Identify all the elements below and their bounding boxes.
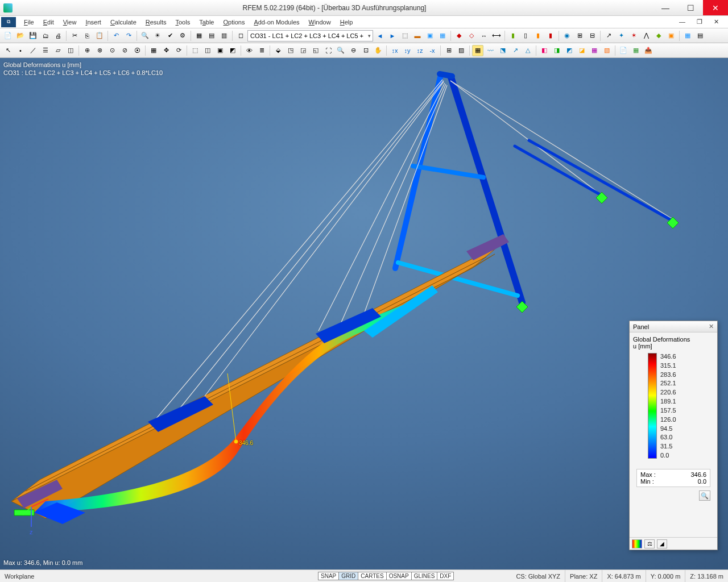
close-button[interactable]: ✕ <box>703 0 728 15</box>
snap-a-icon[interactable]: ⊕ <box>81 45 93 56</box>
excel-icon[interactable]: ▦ <box>630 45 642 56</box>
panel-tab-colors-icon[interactable] <box>632 539 642 548</box>
panel-zoom-icon[interactable]: 🔍 <box>699 490 710 501</box>
axis-z-icon[interactable]: ↕z <box>414 45 425 56</box>
calc-icon[interactable]: ☀ <box>152 30 163 41</box>
cube-b-icon[interactable]: ◩ <box>564 45 575 56</box>
member-icon[interactable]: ☰ <box>40 45 51 56</box>
dim-icon[interactable]: ↔ <box>478 30 490 41</box>
results-icon[interactable]: ▦ <box>472 45 483 56</box>
eye-icon[interactable]: 👁 <box>243 45 255 56</box>
box3d-icon[interactable]: ▣ <box>424 30 436 41</box>
grid-icon[interactable]: ▦ <box>148 45 159 56</box>
paste-icon[interactable]: 📋 <box>94 30 105 41</box>
fit-icon[interactable]: ⛶ <box>322 45 334 56</box>
viewport-3d[interactable]: z Global Deformations u [mm] CO31 : LC1 … <box>0 58 728 569</box>
tool-f-icon[interactable]: ▣ <box>665 30 677 41</box>
menu-options[interactable]: Options <box>218 18 249 27</box>
zoom-win-icon[interactable]: ⊡ <box>360 45 371 56</box>
layer-icon[interactable]: ≣ <box>256 45 267 56</box>
tool-c-icon[interactable]: ✶ <box>628 30 639 41</box>
vector-icon[interactable]: ↗ <box>510 45 521 56</box>
solid-icon[interactable]: ◫ <box>65 45 76 56</box>
shade-icon[interactable]: ▨ <box>456 45 467 56</box>
snap-e-icon[interactable]: ⦿ <box>131 45 143 56</box>
g2-icon[interactable]: ▯ <box>520 30 531 41</box>
menu-results[interactable]: Results <box>141 18 171 27</box>
prev-icon[interactable]: ◄ <box>374 30 386 41</box>
tool-b-icon[interactable]: ✦ <box>615 30 627 41</box>
menu-calculate[interactable]: Calculate <box>106 18 141 27</box>
table-icon[interactable]: ▦ <box>193 30 205 41</box>
saveall-icon[interactable]: 🗂 <box>40 30 51 41</box>
menu-help[interactable]: Help <box>336 18 358 27</box>
node-icon[interactable]: • <box>15 45 26 56</box>
open-folder-icon[interactable]: 📂 <box>15 30 26 41</box>
tool-a-icon[interactable]: ↗ <box>603 30 614 41</box>
cube-icon[interactable]: ◻ <box>235 30 246 41</box>
mdi-min-icon[interactable]: — <box>675 17 690 27</box>
menu-insert[interactable]: Insert <box>81 18 106 27</box>
snap-glines[interactable]: GLINES <box>411 572 438 580</box>
sel-a-icon[interactable]: ⬚ <box>189 45 201 56</box>
run-icon[interactable]: ⚙ <box>177 30 188 41</box>
tool-d-icon[interactable]: ⋀ <box>640 30 652 41</box>
xz-icon[interactable]: ◲ <box>297 45 309 56</box>
cube-p-icon[interactable]: ▦ <box>589 45 600 56</box>
undo-icon[interactable]: ↶ <box>110 30 122 41</box>
print-icon[interactable]: 🖨 <box>52 30 64 41</box>
panel-header[interactable]: Panel ✕ <box>630 321 717 332</box>
tool-e-icon[interactable]: ◆ <box>653 30 664 41</box>
pan-icon[interactable]: ✋ <box>373 45 384 56</box>
find-icon[interactable]: 🔍 <box>139 30 151 41</box>
cut-icon[interactable]: ✂ <box>69 30 80 41</box>
redo-icon[interactable]: ↷ <box>123 30 134 41</box>
surface-icon[interactable]: ▱ <box>52 45 64 56</box>
yz-icon[interactable]: ◱ <box>310 45 321 56</box>
red1-icon[interactable]: ◆ <box>453 30 465 41</box>
xy-icon[interactable]: ◳ <box>285 45 296 56</box>
snap-dxf[interactable]: DXF <box>437 572 454 580</box>
sel-b-icon[interactable]: ◫ <box>202 45 213 56</box>
wire-icon[interactable]: ⊞ <box>443 45 454 56</box>
g3-icon[interactable]: ▮ <box>532 30 544 41</box>
snap-b-icon[interactable]: ⊗ <box>94 45 105 56</box>
box-icon[interactable]: ⬚ <box>399 30 411 41</box>
pointer-icon[interactable]: ↖ <box>2 45 14 56</box>
zoom-out-icon[interactable]: ⊖ <box>348 45 359 56</box>
menu-view[interactable]: View <box>59 18 81 27</box>
cube-g-icon[interactable]: ◨ <box>551 45 562 56</box>
menu-addon[interactable]: Add-on Modules <box>249 18 304 27</box>
cube-y-icon[interactable]: ◪ <box>576 45 588 56</box>
loadcase-dropdown[interactable]: CO31 - LC1 + LC2 + LC3 + LC4 + LC5 + <box>247 30 373 41</box>
axis-neg-icon[interactable]: -x <box>427 45 438 56</box>
g1-icon[interactable]: ▮ <box>507 30 519 41</box>
next-icon[interactable]: ► <box>387 30 398 41</box>
snap-snap[interactable]: SNAP <box>318 572 339 580</box>
boxes-icon[interactable]: ▦ <box>437 30 448 41</box>
support-icon[interactable]: △ <box>522 45 533 56</box>
snap-d-icon[interactable]: ⊘ <box>119 45 130 56</box>
sel-c-icon[interactable]: ▣ <box>214 45 226 56</box>
app-logo-icon[interactable]: ⧉ <box>1 17 16 27</box>
menu-file[interactable]: File <box>19 18 39 27</box>
menu-edit[interactable]: Edit <box>39 18 59 27</box>
save-icon[interactable]: 💾 <box>27 30 39 41</box>
line-icon[interactable]: ／ <box>27 45 39 56</box>
contour-icon[interactable]: ⬔ <box>497 45 508 56</box>
new-file-icon[interactable]: 📄 <box>2 30 14 41</box>
panel-tab-factors-icon[interactable]: ⚖ <box>644 539 655 548</box>
view-a-icon[interactable]: ▦ <box>682 30 693 41</box>
mdi-close-icon[interactable]: ✕ <box>709 17 723 27</box>
brick-icon[interactable]: ▬ <box>412 30 423 41</box>
minimize-button[interactable]: — <box>653 0 678 15</box>
mdi-restore-icon[interactable]: ❐ <box>692 17 707 27</box>
menu-table[interactable]: Table <box>195 18 218 27</box>
zoom-in-icon[interactable]: 🔍 <box>335 45 346 56</box>
table2-icon[interactable]: ▤ <box>206 30 217 41</box>
snap-c-icon[interactable]: ⊙ <box>106 45 118 56</box>
snap-osnap[interactable]: OSNAP <box>386 572 412 580</box>
panel-close-icon[interactable]: ✕ <box>709 323 714 330</box>
menu-window[interactable]: Window <box>304 18 336 27</box>
m1-icon[interactable]: ◉ <box>561 30 573 41</box>
